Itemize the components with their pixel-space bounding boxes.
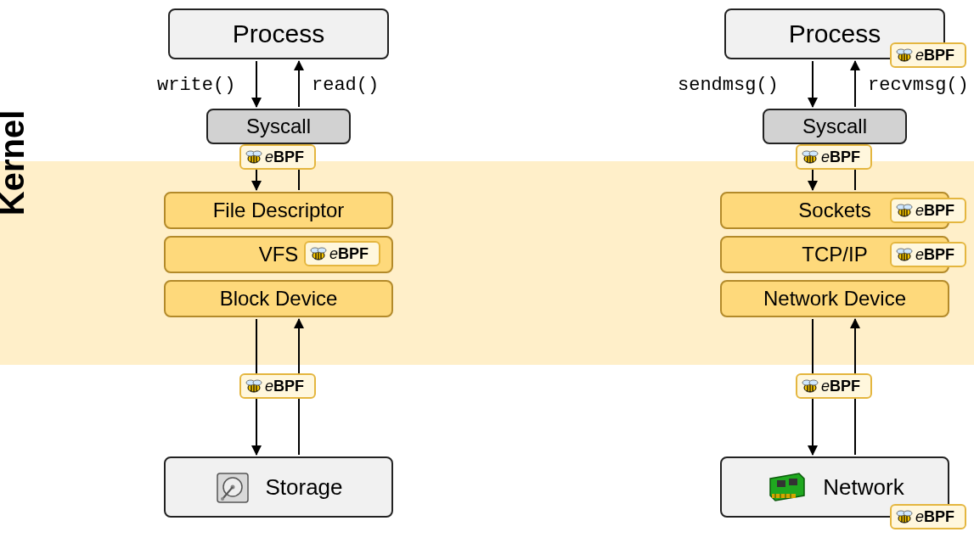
ebpf-badge: eBPF (239, 373, 316, 399)
ebpf-badge: eBPF (304, 241, 380, 266)
arrow-up-icon (854, 61, 856, 107)
svg-point-22 (318, 248, 326, 253)
linux-kernel-label: LinuxKernel (0, 61, 31, 265)
ebpf-badge: eBPF (890, 242, 966, 267)
ebpf-badge: eBPF (890, 198, 966, 223)
process-box: Process (168, 8, 389, 59)
call-read: read() (312, 75, 379, 96)
bee-icon (801, 148, 819, 166)
svg-rect-4 (777, 480, 785, 487)
ebpf-badge: eBPF (890, 42, 966, 68)
call-sendmsg: sendmsg() (678, 75, 779, 96)
storage-label: Storage (265, 474, 342, 501)
svg-point-16 (253, 151, 262, 156)
arrow-up-icon (298, 61, 300, 107)
call-recvmsg: recvmsg() (868, 75, 969, 96)
svg-point-3 (221, 497, 224, 501)
bee-icon (895, 245, 914, 264)
svg-rect-5 (789, 479, 797, 485)
svg-point-34 (904, 49, 912, 54)
svg-point-46 (904, 204, 912, 210)
bee-icon (245, 148, 263, 166)
svg-point-40 (809, 151, 818, 156)
nic-icon (765, 470, 809, 504)
syscall-box: Syscall (206, 109, 351, 144)
bee-icon (895, 507, 914, 526)
network-label: Network (823, 474, 904, 501)
ebpf-badge: eBPF (890, 504, 966, 529)
bee-icon (245, 377, 263, 395)
network-device-box: Network Device (720, 280, 949, 317)
arrow-down-icon (256, 61, 257, 107)
svg-point-58 (809, 380, 818, 385)
storage-device-box: Storage (164, 456, 393, 518)
syscall-box: Syscall (763, 109, 907, 144)
bee-icon (895, 46, 914, 64)
svg-point-28 (253, 380, 262, 385)
hdd-icon (214, 468, 251, 506)
bee-icon (801, 377, 819, 395)
ebpf-badge: eBPF (796, 373, 872, 399)
svg-point-52 (904, 249, 912, 254)
svg-point-64 (904, 511, 912, 516)
ebpf-badge: eBPF (796, 144, 872, 170)
block-device-box: Block Device (164, 280, 393, 317)
arrow-down-icon (812, 61, 814, 107)
bee-icon (309, 244, 328, 263)
bee-icon (895, 201, 914, 220)
call-write: write() (157, 75, 235, 96)
ebpf-badge: eBPF (239, 144, 316, 170)
file-descriptor-box: File Descriptor (164, 192, 393, 229)
